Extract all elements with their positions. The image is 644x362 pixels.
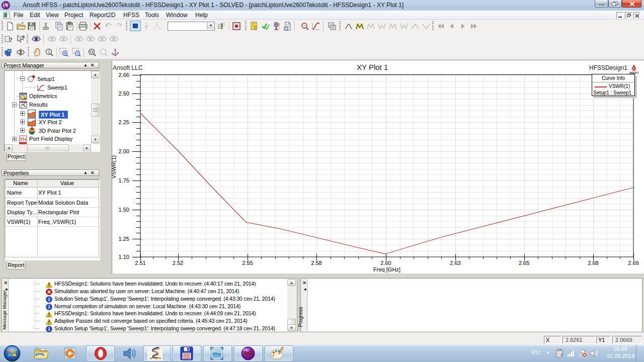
svg-text:?: ? (9, 36, 13, 44)
svg-text:2.66: 2.66 (119, 72, 129, 78)
svg-text:1.75: 1.75 (119, 177, 129, 184)
svg-text:2.00: 2.00 (119, 148, 129, 154)
svg-text:1.50: 1.50 (119, 207, 129, 213)
svg-text:1.25: 1.25 (119, 236, 129, 242)
svg-text:2.65: 2.65 (519, 260, 529, 266)
svg-text:2.58: 2.58 (311, 260, 321, 266)
svg-text:2.25: 2.25 (119, 119, 129, 125)
svg-text:2.68: 2.68 (588, 260, 598, 266)
svg-text:?: ? (21, 35, 25, 42)
svg-text:1.10: 1.10 (119, 254, 129, 260)
svg-text:2.55: 2.55 (242, 260, 253, 266)
svg-text:1: 1 (48, 49, 50, 54)
svg-text:2.50: 2.50 (119, 90, 129, 97)
svg-text:2.60: 2.60 (380, 260, 391, 266)
svg-text:2.51: 2.51 (135, 260, 145, 266)
svg-text:2.52: 2.52 (173, 260, 183, 266)
svg-text:2.63: 2.63 (450, 260, 460, 266)
svg-text:Freq [GHz]: Freq [GHz] (373, 266, 400, 273)
svg-text:2.69: 2.69 (628, 260, 638, 266)
